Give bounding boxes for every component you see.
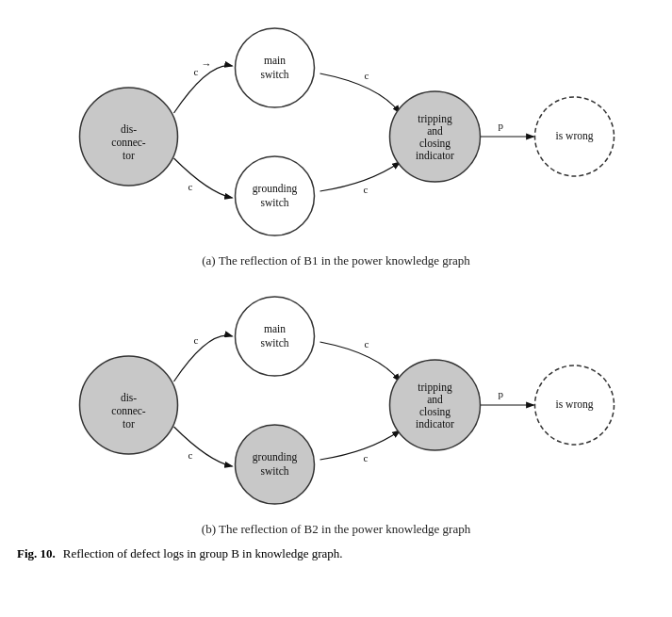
fig-label: Fig. 10.	[17, 546, 56, 561]
caption-a: (a) The reflection of B1 in the power kn…	[9, 253, 663, 268]
svg-text:switch: switch	[260, 337, 288, 349]
diagram-b: c c c c p dis- connec- tor main switch	[9, 278, 663, 518]
svg-text:and: and	[427, 394, 443, 405]
svg-text:and: and	[427, 125, 443, 137]
svg-text:→: →	[202, 58, 212, 70]
svg-text:tripping: tripping	[418, 382, 452, 394]
diagram-a: c → c c c p dis- connec- tor main switch	[9, 9, 663, 250]
caption-b: (b) The reflection of B2 in the power kn…	[9, 522, 663, 537]
svg-text:dis-: dis-	[121, 392, 137, 403]
svg-text:tor: tor	[123, 418, 135, 430]
svg-text:main: main	[264, 55, 286, 66]
svg-text:switch: switch	[260, 465, 288, 477]
svg-text:closing: closing	[419, 138, 451, 150]
svg-text:main: main	[264, 323, 286, 334]
svg-text:c: c	[364, 184, 369, 195]
figure-caption-row: Fig. 10. Reflection of defect logs in gr…	[9, 546, 663, 561]
svg-text:tor: tor	[123, 150, 135, 161]
svg-text:connec-: connec-	[111, 137, 146, 148]
svg-text:grounding: grounding	[253, 451, 298, 463]
svg-text:switch: switch	[260, 69, 288, 80]
svg-text:connec-: connec-	[111, 405, 146, 416]
svg-text:tripping: tripping	[418, 113, 452, 125]
svg-text:c: c	[188, 181, 193, 192]
svg-text:closing: closing	[419, 406, 451, 418]
svg-text:c: c	[365, 70, 369, 81]
svg-text:c: c	[188, 449, 193, 461]
svg-text:grounding: grounding	[253, 183, 298, 195]
svg-text:switch: switch	[260, 197, 288, 208]
svg-text:indicator: indicator	[416, 418, 454, 430]
svg-text:p: p	[499, 120, 504, 131]
fig-caption-text: Reflection of defect logs in group B in …	[63, 546, 343, 561]
svg-text:c: c	[194, 334, 199, 346]
svg-text:c: c	[194, 66, 199, 77]
diagram-b-container: c c c c p dis- connec- tor main switch	[9, 278, 663, 537]
svg-text:p: p	[499, 388, 504, 399]
svg-text:c: c	[365, 338, 369, 349]
svg-text:is wrong: is wrong	[556, 398, 594, 411]
svg-text:dis-: dis-	[121, 123, 137, 135]
svg-text:c: c	[364, 452, 369, 463]
diagram-a-container: c → c c c p dis- connec- tor main switch	[9, 9, 663, 268]
svg-text:indicator: indicator	[416, 150, 454, 161]
svg-text:is wrong: is wrong	[556, 130, 594, 142]
